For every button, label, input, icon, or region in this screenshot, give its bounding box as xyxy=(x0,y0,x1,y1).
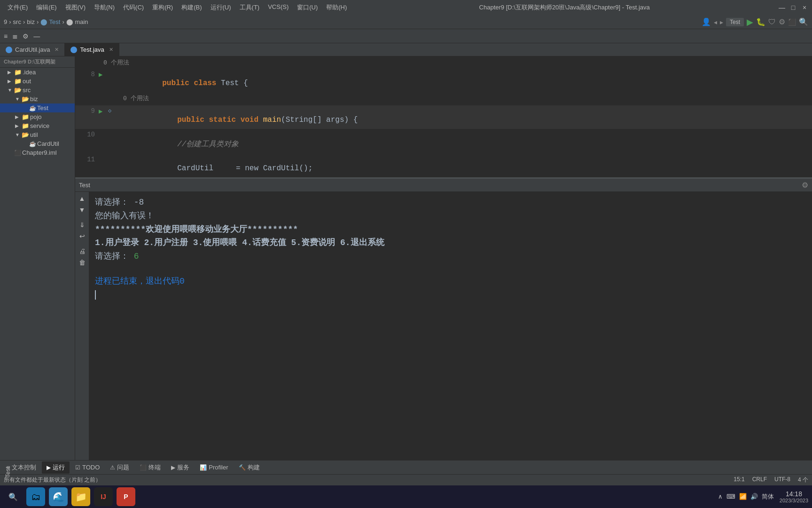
follow-output-button[interactable]: ⇓ xyxy=(78,220,86,230)
bottom-tab-terminal[interactable]: ⬛ 终端 xyxy=(135,461,165,474)
clear-button[interactable]: 🗑 xyxy=(78,258,86,267)
menu-vcs[interactable]: VCS(S) xyxy=(264,2,292,13)
taskbar-ppt-icon[interactable]: P xyxy=(117,487,135,506)
scroll-up-button[interactable]: ▲ xyxy=(78,194,86,203)
sidebar-item-idea[interactable]: ▶ 📁 .idea xyxy=(0,68,75,77)
bottom-tab-services[interactable]: ▶ 服务 xyxy=(166,461,194,474)
sidebar-item-label: util xyxy=(30,131,38,138)
breadcrumb[interactable]: 9 › src › biz › ⬤ Test › ⬤ main xyxy=(4,18,88,25)
settings-button[interactable]: ⚙ xyxy=(21,32,31,41)
tab-cardutil[interactable]: CardUtil.java ✕ xyxy=(0,43,65,56)
sidebar-item-util[interactable]: ▼ 📂 util xyxy=(0,130,75,139)
tray-keyboard[interactable]: ⌨ xyxy=(726,493,735,500)
taskbar-search-icon[interactable]: 🔍 xyxy=(4,487,23,506)
maximize-button[interactable]: □ xyxy=(789,4,797,11)
tray-lang[interactable]: 简体 xyxy=(762,492,774,501)
window-controls[interactable]: — □ × xyxy=(778,4,808,11)
console-settings-icon[interactable]: ⚙ xyxy=(802,181,808,190)
system-tray: ∧ ⌨ 📶 🔊 简体 xyxy=(718,492,774,501)
todo-icon: ☑ xyxy=(75,464,80,471)
taskbar-explorer-icon[interactable]: 🗂 xyxy=(26,487,45,506)
expand-arrow: ▼ xyxy=(15,96,21,102)
search-icon[interactable]: 🔍 xyxy=(799,17,808,26)
code-line-8: 8 ▶ public class Test { xyxy=(75,69,812,92)
tab-test-label[interactable]: Test.java xyxy=(80,46,104,53)
tray-network[interactable]: 📶 xyxy=(739,493,747,500)
bottom-tab-profiler[interactable]: 📊 Profiler xyxy=(195,461,233,474)
print-button[interactable]: 🖨 xyxy=(78,246,86,256)
tray-arrow[interactable]: ∧ xyxy=(718,493,723,500)
sidebar-item-pojo[interactable]: ▶ 📁 pojo xyxy=(0,112,75,121)
sidebar-item-biz[interactable]: ▼ 📂 biz xyxy=(0,95,75,103)
tab-test-close[interactable]: ✕ xyxy=(109,47,113,53)
debug-button[interactable]: 🐛 xyxy=(756,17,765,26)
bottom-tab-todo[interactable]: ☑ TODO xyxy=(70,461,104,474)
line-number-8: 8 xyxy=(75,69,99,78)
project-tree-button[interactable]: ≡ xyxy=(2,32,9,41)
tray-volume[interactable]: 🔊 xyxy=(750,493,758,500)
sidebar-item-test[interactable]: ▶ ☕ Test xyxy=(0,103,75,112)
run-line-9-button[interactable]: ▶ xyxy=(99,105,108,115)
menu-tools[interactable]: 工具(T) xyxy=(236,2,264,13)
taskbar-files-icon[interactable]: 📁 xyxy=(71,487,90,506)
tab-cardutil-label[interactable]: CardUtil.java xyxy=(15,46,50,53)
menu-help[interactable]: 帮助(H) xyxy=(322,2,351,13)
bottom-tab-terminal-label: 终端 xyxy=(148,463,161,472)
sidebar-item-cardutil[interactable]: ▶ ☕ CardUtil xyxy=(0,139,75,148)
breadcrumb-main[interactable]: ⬤ main xyxy=(66,18,88,25)
forward-icon[interactable]: ▸ xyxy=(720,18,723,26)
run-config-dropdown[interactable]: Test xyxy=(726,18,744,26)
sidebar-item-iml[interactable]: ▶ ⬛ Chapter9.iml xyxy=(0,148,75,157)
code-editor-section[interactable]: 0 个用法 8 ▶ public class Test { 0 个用法 xyxy=(75,56,812,179)
expand-arrow: ▶ xyxy=(15,114,21,119)
user-icon[interactable]: 👤 xyxy=(702,17,711,26)
run-button[interactable]: ▶ xyxy=(747,17,753,27)
sidebar-item-out[interactable]: ▶ 📁 out xyxy=(0,77,75,86)
menu-bar[interactable]: 文件(E) 编辑(E) 视图(V) 导航(N) 代码(C) 重构(R) 构建(B… xyxy=(4,2,351,13)
bottom-tab-run[interactable]: ▶ 运行 xyxy=(42,461,70,474)
back-icon[interactable]: ◂ xyxy=(714,18,717,26)
breadcrumb-9[interactable]: 9 xyxy=(4,18,7,25)
console-output[interactable]: 请选择： -8 您的输入有误！ **********欢迎使用喂喂移动业务大厅**… xyxy=(89,192,812,460)
menu-refactor[interactable]: 重构(R) xyxy=(148,2,177,13)
structure-button[interactable]: ≣ xyxy=(10,32,20,41)
code-editor[interactable]: 0 个用法 8 ▶ public class Test { 0 个用法 xyxy=(75,56,812,177)
menu-code[interactable]: 代码(C) xyxy=(119,2,148,13)
tab-cardutil-close[interactable]: ✕ xyxy=(55,47,59,53)
menu-navigate[interactable]: 导航(N) xyxy=(90,2,118,13)
menu-view[interactable]: 视图(V) xyxy=(62,2,89,13)
coverage-button[interactable]: 🛡 xyxy=(768,18,776,26)
breadcrumb-test[interactable]: ⬤ Test xyxy=(40,18,60,25)
sidebar-item-src[interactable]: ▼ 📂 src xyxy=(0,86,75,95)
taskbar-idea-icon[interactable]: IJ xyxy=(94,487,113,506)
menu-edit[interactable]: 编辑(E) xyxy=(32,2,60,13)
editor-tabs: CardUtil.java ✕ Test.java ✕ xyxy=(0,43,812,56)
sidebar-item-label: src xyxy=(23,87,31,94)
bottom-tab-build[interactable]: 🔨 构建 xyxy=(234,461,265,474)
run-line-8-button[interactable]: ▶ xyxy=(99,69,108,79)
sidebar-item-service[interactable]: ▶ 📁 service xyxy=(0,121,75,130)
console-line-prompt: 请选择： -8 xyxy=(95,196,806,209)
scroll-down-button[interactable]: ▼ xyxy=(78,205,86,214)
wrap-button[interactable]: ↩ xyxy=(78,231,86,241)
tab-test[interactable]: Test.java ✕ xyxy=(65,43,119,56)
close-button[interactable]: × xyxy=(801,4,808,11)
menu-run[interactable]: 运行(U) xyxy=(207,2,235,13)
profile-button[interactable]: ⚙ xyxy=(779,17,785,26)
taskbar-browser-icon[interactable]: 🌊 xyxy=(49,487,68,506)
terminal-icon: ⬛ xyxy=(140,464,147,471)
sidebar-item-label: Chapter9.iml xyxy=(22,149,57,156)
breadcrumb-src[interactable]: src xyxy=(13,18,21,25)
taskbar-clock[interactable]: 14:18 2023/3/2023 xyxy=(780,490,808,504)
menu-file[interactable]: 文件(E) xyxy=(4,2,31,13)
menu-build[interactable]: 构建(B) xyxy=(178,2,205,13)
expand-arrow: ▶ xyxy=(8,79,13,84)
folder-icon: 📁 xyxy=(14,78,22,85)
breadcrumb-biz[interactable]: biz xyxy=(27,18,35,25)
taskbar-right: ∧ ⌨ 📶 🔊 简体 14:18 2023/3/2023 xyxy=(718,490,808,504)
menu-window[interactable]: 窗口(U) xyxy=(293,2,321,13)
stop-button[interactable]: ⬛ xyxy=(788,18,796,26)
bottom-tab-problems[interactable]: ⚠ 问题 xyxy=(105,461,134,474)
minimize-panel-button[interactable]: — xyxy=(31,32,42,41)
minimize-button[interactable]: — xyxy=(778,4,786,11)
